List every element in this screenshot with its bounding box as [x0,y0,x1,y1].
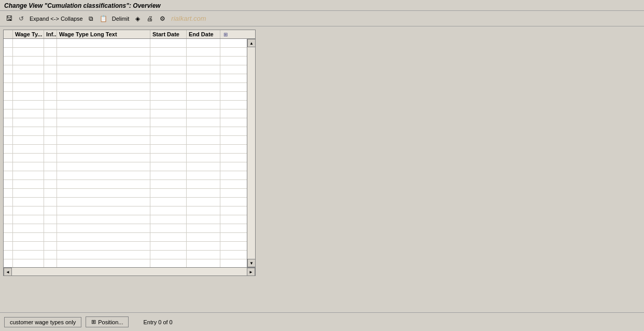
scroll-track-v[interactable] [247,47,255,259]
row-end-date [187,251,220,259]
horizontal-scrollbar[interactable]: ◄ ► [4,267,255,275]
entry-count: Entry 0 of 0 [143,319,172,325]
row-checkbox[interactable] [4,215,13,224]
row-checkbox[interactable] [4,65,13,74]
row-checkbox[interactable] [4,48,13,56]
table-row[interactable] [4,101,247,109]
print-button[interactable]: 🖨 [144,13,156,24]
row-checkbox[interactable] [4,118,13,127]
table-row[interactable] [4,224,247,233]
row-checkbox[interactable] [4,198,13,206]
row-checkbox[interactable] [4,101,13,109]
row-inf [44,136,57,144]
row-long-text [57,39,150,47]
table-row[interactable] [4,127,247,136]
table-row[interactable] [4,162,247,171]
row-start-date [150,180,187,188]
table-row[interactable] [4,74,247,83]
table-row[interactable] [4,154,247,162]
table-row[interactable] [4,189,247,198]
table-row[interactable] [4,259,247,267]
row-checkbox[interactable] [4,233,13,241]
table-row[interactable] [4,198,247,206]
row-long-text [57,145,150,153]
table-row[interactable] [4,57,247,65]
table-row[interactable] [4,39,247,48]
row-start-date [150,92,187,100]
find-button[interactable]: ◈ [132,13,143,24]
row-long-text [57,127,150,135]
row-checkbox[interactable] [4,189,13,197]
row-checkbox[interactable] [4,83,13,91]
table-row[interactable] [4,136,247,145]
row-end-date [187,198,220,206]
position-button[interactable]: ⊞ Position... [86,316,129,327]
row-inf [44,242,57,250]
row-wage-type [13,109,44,118]
row-checkbox[interactable] [4,57,13,65]
row-checkbox[interactable] [4,224,13,232]
row-checkbox[interactable] [4,127,13,135]
table-row[interactable] [4,215,247,224]
delimit-button[interactable]: Delimit [110,16,131,22]
copy-button[interactable]: ⧉ [86,13,97,24]
row-checkbox[interactable] [4,74,13,82]
table-row[interactable] [4,233,247,242]
table-row[interactable] [4,145,247,154]
row-start-date [150,198,187,206]
table-settings-icon[interactable]: ⊞ [220,30,231,38]
row-start-date [150,127,187,135]
row-long-text [57,65,150,74]
save-button[interactable]: 🖫 [3,13,15,24]
row-long-text [57,180,150,188]
row-wage-type [13,198,44,206]
row-long-text [57,92,150,100]
row-start-date [150,57,187,65]
row-checkbox[interactable] [4,145,13,153]
row-checkbox[interactable] [4,92,13,100]
row-inf [44,83,57,91]
table-row[interactable] [4,65,247,74]
row-checkbox[interactable] [4,259,13,267]
table-row[interactable] [4,242,247,251]
expand-collapse-button[interactable]: Expand <-> Collapse [28,16,85,22]
row-checkbox[interactable] [4,180,13,188]
table-row[interactable] [4,48,247,57]
scroll-right-button[interactable]: ► [247,268,255,276]
row-checkbox[interactable] [4,109,13,118]
paste-button[interactable]: 📋 [98,13,109,24]
settings-button[interactable]: ⚙ [157,13,168,24]
row-start-date [150,259,187,267]
scroll-up-button[interactable]: ▲ [247,39,255,47]
table-row[interactable] [4,92,247,101]
scroll-left-button[interactable]: ◄ [4,268,12,276]
row-inf [44,154,57,162]
scroll-down-button[interactable]: ▼ [247,259,255,267]
table-row[interactable] [4,251,247,259]
row-end-date [187,65,220,74]
table-row[interactable] [4,118,247,127]
row-checkbox[interactable] [4,251,13,259]
row-checkbox[interactable] [4,136,13,144]
row-checkbox[interactable] [4,162,13,171]
row-checkbox[interactable] [4,171,13,180]
row-inf [44,233,57,241]
row-end-date [187,180,220,188]
scroll-track-h[interactable] [12,268,247,275]
table-row[interactable] [4,83,247,92]
row-checkbox[interactable] [4,39,13,47]
customer-wage-types-button[interactable]: customer wage types only [4,317,81,327]
table-row[interactable] [4,109,247,118]
vertical-scrollbar[interactable]: ▲ ▼ [247,39,255,267]
back-button[interactable]: ↺ [16,13,27,24]
row-checkbox[interactable] [4,242,13,250]
row-checkbox[interactable] [4,154,13,162]
back-icon: ↺ [19,15,24,22]
title-bar: Change View "Cumulation classifications"… [0,0,644,11]
row-checkbox[interactable] [4,206,13,215]
table-row[interactable] [4,180,247,189]
table-row[interactable] [4,206,247,215]
header-start-date: Start Date [150,30,187,38]
table-row[interactable] [4,171,247,180]
header-inf: Inf... [44,30,57,38]
